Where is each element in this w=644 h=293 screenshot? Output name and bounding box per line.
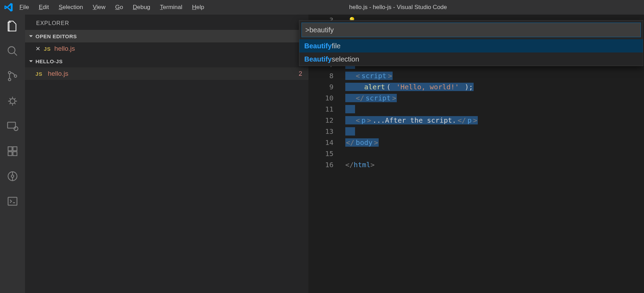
file-name: hello.js [54,45,75,52]
gitlens-icon[interactable] [5,169,20,184]
svg-rect-8 [8,147,12,150]
extensions-icon[interactable] [5,144,20,158]
svg-point-0 [8,47,15,54]
error-count: 2 [299,70,302,78]
svg-line-1 [14,52,17,56]
svg-rect-9 [8,152,12,155]
close-icon[interactable]: ✕ [35,45,40,52]
title-bar: FileEditSelectionViewGoDebugTerminalHelp… [0,0,644,15]
menu-edit[interactable]: Edit [39,4,49,11]
chevron-down-icon [29,59,33,64]
palette-item[interactable]: Beautify file [299,39,643,52]
menu-go[interactable]: Go [115,4,123,11]
menu-file[interactable]: File [19,4,29,11]
explorer-title: EXPLORER [25,15,308,30]
open-editors-header[interactable]: OPEN EDITORS [25,30,308,42]
menu-help[interactable]: Help [192,4,204,11]
terminal-panel-icon[interactable] [5,194,20,209]
svg-rect-16 [8,197,17,205]
javascript-icon: JS [44,46,51,52]
menu-view[interactable]: View [93,4,106,11]
svg-point-3 [8,78,11,81]
menu-terminal[interactable]: Terminal [160,4,182,11]
sidebar: EXPLORER OPEN EDITORS ✕ JS hello.js 2 HE… [25,15,308,293]
window-title: hello.js - hello-js - Visual Studio Code [204,4,641,11]
svg-point-5 [10,99,15,104]
menu-debug[interactable]: Debug [133,4,150,11]
remote-icon[interactable] [5,119,20,133]
vscode-logo-icon [3,2,13,12]
search-icon[interactable] [5,44,20,58]
command-palette: >beautify Beautify fileBeautify selectio… [299,20,643,66]
svg-point-13 [11,175,14,177]
folder-header[interactable]: HELLO-JS [25,55,308,67]
file-item[interactable]: JS hello.js 2 [25,67,308,80]
file-name: hello.js [48,70,68,77]
activity-bar [0,15,25,293]
command-palette-input[interactable]: >beautify [301,23,641,37]
debug-icon[interactable] [5,94,20,108]
svg-point-7 [14,127,18,130]
svg-rect-10 [13,152,17,155]
open-editor-item[interactable]: ✕ JS hello.js 2 [25,42,308,55]
explorer-icon[interactable] [5,19,20,33]
svg-rect-11 [13,147,17,150]
chevron-down-icon [29,34,33,39]
menu-bar: FileEditSelectionViewGoDebugTerminalHelp [19,4,204,11]
palette-item[interactable]: Beautify selection [299,52,643,66]
source-control-icon[interactable] [5,69,20,83]
svg-point-2 [8,72,11,74]
javascript-icon: JS [35,71,42,77]
menu-selection[interactable]: Selection [59,4,83,11]
